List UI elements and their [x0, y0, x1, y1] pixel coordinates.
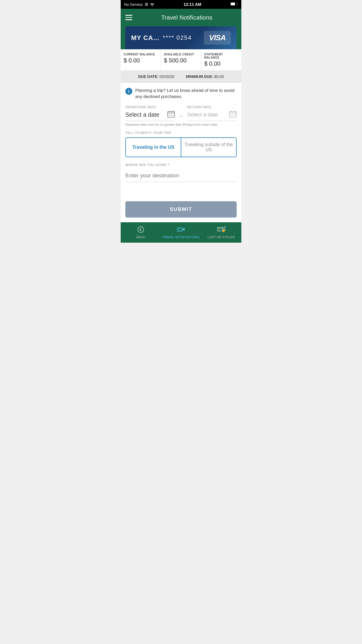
nav-lost-label: LOST OR STOLEN — [208, 236, 235, 239]
destination-input[interactable] — [125, 169, 237, 182]
current-balance-cell: CURRENT BALANCE $ 0.00 — [121, 49, 161, 71]
return-calendar-icon[interactable] — [229, 111, 237, 119]
departure-hint: Departure date must be no greater than 9… — [125, 123, 237, 126]
lost-icon: ! — [217, 226, 225, 235]
svg-rect-9 — [168, 115, 170, 116]
statement-balance-value: $ 0.00 — [204, 60, 238, 67]
travel-icon — [177, 226, 185, 235]
battery-icon — [230, 2, 238, 7]
nav-travel-label: TRAVEL NOTIFICATIONS — [162, 236, 199, 239]
bottom-nav: BACK TRAVEL NOTIFICATIONS ! LOST — [121, 222, 241, 243]
card-info: MY CA... **** 0254 — [131, 34, 192, 42]
signal-label: No Service — [124, 2, 143, 7]
departure-placeholder: Select a date — [125, 111, 159, 118]
balance-row: CURRENT BALANCE $ 0.00 AVAILABLE CREDIT … — [121, 49, 241, 71]
svg-rect-1 — [231, 3, 235, 5]
svg-rect-8 — [173, 114, 174, 115]
return-label: RETURN DATE — [187, 105, 237, 109]
info-text: Planning a trip? Let us know ahead of ti… — [135, 87, 237, 99]
available-credit-cell: AVAILABLE CREDIT $ 500.00 — [161, 49, 201, 71]
submit-area: SUBMIT — [121, 195, 241, 222]
svg-rect-11 — [173, 115, 174, 116]
svg-rect-20 — [232, 115, 233, 116]
nav-item-lost[interactable]: ! LOST OR STOLEN — [201, 224, 241, 241]
due-date-value: 03/20/20 — [159, 74, 174, 79]
trip-intl-button[interactable]: Traveling outside of the US — [181, 138, 236, 157]
svg-rect-23 — [177, 228, 182, 231]
card-name: MY CA... — [131, 34, 159, 42]
page-title: Travel Notifications — [137, 14, 237, 21]
info-notice: i Planning a trip? Let us know ahead of … — [125, 87, 237, 99]
destination-section: WHERE ARE YOU GOING ? — [125, 163, 237, 182]
current-balance-value: $ 0.00 — [124, 57, 158, 64]
current-balance-label: CURRENT BALANCE — [124, 53, 158, 56]
date-section: DEPARTURE DATE Select a date — [125, 105, 237, 126]
app-header: Travel Notifications — [121, 9, 241, 26]
nav-item-travel[interactable]: TRAVEL NOTIFICATIONS — [161, 224, 201, 241]
min-due-value: $0.00 — [215, 74, 224, 79]
statement-balance-label: STATEMENT BALANCE — [204, 53, 238, 59]
svg-rect-17 — [232, 114, 233, 115]
status-time: 12:11 AM — [184, 2, 201, 7]
card-section: MY CA... **** 0254 VISA — [121, 26, 241, 49]
menu-button[interactable] — [125, 15, 132, 20]
return-field[interactable]: RETURN DATE Select a date — [187, 105, 237, 121]
main-content: i Planning a trip? Let us know ahead of … — [121, 83, 241, 195]
due-row: DUE DATE: 03/20/20 MINIMUM DUE: $0.00 — [121, 71, 241, 83]
date-divider: -- — [180, 105, 183, 119]
departure-input[interactable]: Select a date — [125, 111, 175, 121]
submit-button[interactable]: SUBMIT — [125, 201, 237, 218]
trip-us-button[interactable]: Traveling in the US — [126, 138, 181, 157]
visa-logo: VISA — [204, 31, 231, 45]
svg-text:!: ! — [223, 230, 224, 232]
nav-item-back[interactable]: BACK — [121, 224, 161, 241]
min-due-info: MINIMUM DUE: $0.00 — [186, 74, 224, 79]
svg-rect-19 — [230, 115, 231, 116]
trip-type-toggle: Traveling in the US Traveling outside of… — [125, 137, 237, 157]
return-input[interactable]: Select a date — [187, 111, 237, 121]
info-icon: i — [125, 88, 132, 95]
card-banner: MY CA... **** 0254 VISA — [125, 26, 237, 49]
departure-calendar-icon[interactable] — [167, 111, 175, 119]
svg-rect-26 — [217, 227, 222, 231]
svg-rect-18 — [234, 114, 236, 115]
back-icon — [137, 226, 145, 235]
return-placeholder: Select a date — [187, 112, 218, 118]
svg-rect-10 — [171, 115, 172, 116]
svg-rect-7 — [171, 114, 172, 115]
date-row: DEPARTURE DATE Select a date — [125, 105, 237, 121]
svg-marker-30 — [222, 227, 225, 230]
departure-field[interactable]: DEPARTURE DATE Select a date — [125, 105, 175, 121]
destination-label: WHERE ARE YOU GOING ? — [125, 163, 237, 167]
svg-point-22 — [138, 226, 144, 232]
departure-label: DEPARTURE DATE — [125, 105, 175, 109]
card-number: **** 0254 — [163, 34, 192, 41]
due-date-label: DUE DATE: — [138, 74, 159, 79]
min-due-label: MINIMUM DUE: — [186, 74, 213, 79]
svg-rect-21 — [234, 115, 236, 116]
due-date-info: DUE DATE: 03/20/20 — [138, 74, 174, 79]
trip-section-label: TELL US ABOUT YOUR TRIP — [125, 131, 237, 134]
statement-balance-cell: STATEMENT BALANCE $ 0.00 — [201, 49, 241, 71]
nav-back-label: BACK — [136, 236, 145, 239]
svg-rect-16 — [230, 114, 231, 115]
available-credit-value: $ 500.00 — [164, 57, 198, 64]
wifi-icon: ⌘ — [145, 2, 155, 7]
status-bar: No Service ⌘ 12:11 AM — [121, 0, 241, 9]
svg-rect-6 — [168, 114, 170, 115]
available-credit-label: AVAILABLE CREDIT — [164, 53, 198, 56]
